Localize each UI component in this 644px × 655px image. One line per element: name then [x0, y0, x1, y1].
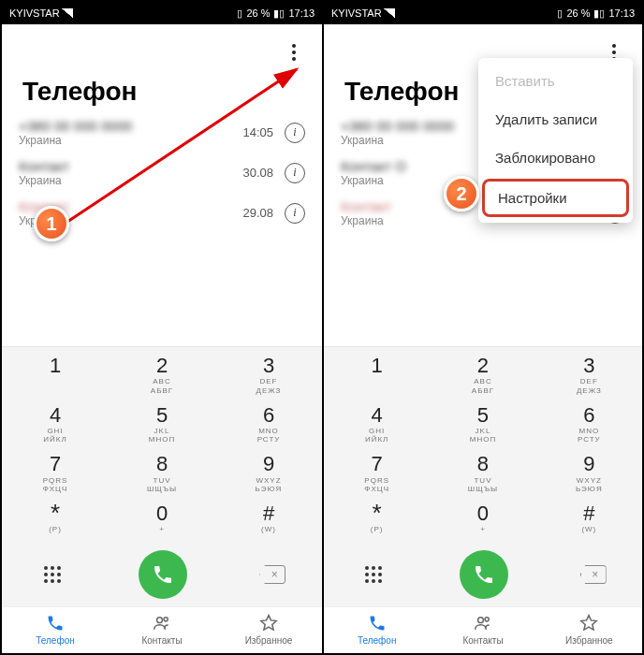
nav-contacts[interactable]: Контакты	[109, 607, 215, 653]
nav-favorites[interactable]: Избранное	[536, 607, 642, 653]
key-6[interactable]: 6MNOРСТУ	[215, 400, 322, 450]
dialpad: 1 2ABCАБВГ 3DEFДЕЖЗ 4GHIИЙКЛ 5JKLМНОП 6M…	[324, 346, 642, 606]
phone-icon	[473, 563, 495, 586]
key-0[interactable]: 0+	[109, 499, 215, 548]
star-icon	[259, 614, 278, 633]
svg-point-0	[157, 618, 163, 623]
nav-phone[interactable]: Телефон	[2, 607, 109, 653]
star-icon	[579, 614, 598, 633]
key-star[interactable]: *(P)	[2, 499, 109, 548]
svg-point-4	[485, 618, 489, 621]
status-bar: KYIVSTAR ▯ 26 % ▮▯ 17:13	[2, 2, 322, 24]
menu-paste: Вставить	[478, 62, 633, 100]
battery-pct: 26 %	[566, 7, 590, 19]
carrier-label: KYIVSTAR	[331, 7, 382, 19]
key-0[interactable]: 0+	[430, 499, 535, 548]
phone-tab-icon	[368, 614, 387, 633]
key-hash[interactable]: #(W)	[536, 499, 642, 548]
call-number: Контакт	[19, 158, 242, 174]
key-9[interactable]: 9WXYZЬЭЮЯ	[215, 449, 322, 499]
svg-point-3	[478, 618, 484, 623]
nav-favorites-label: Избранное	[245, 635, 293, 646]
key-hash[interactable]: #(W)	[215, 499, 322, 548]
signal-icon	[384, 8, 395, 18]
contacts-icon	[152, 614, 172, 633]
key-1[interactable]: 1	[324, 351, 430, 400]
phone-icon	[152, 563, 174, 586]
nav-favorites-label: Избранное	[565, 635, 613, 646]
nav-contacts[interactable]: Контакты	[430, 607, 535, 653]
call-button[interactable]	[460, 550, 508, 599]
nav-phone[interactable]: Телефон	[324, 607, 430, 653]
key-6[interactable]: 6MNOРСТУ	[536, 400, 642, 450]
key-3[interactable]: 3DEFДЕЖЗ	[536, 351, 642, 400]
carrier-label: KYIVSTAR	[9, 7, 60, 19]
call-time: 30.08	[242, 166, 273, 180]
menu-settings[interactable]: Настройки	[482, 179, 629, 217]
annotation-marker-2: 2	[444, 176, 479, 211]
key-7[interactable]: 7PQRSФХЦЧ	[2, 449, 109, 499]
svg-point-1	[164, 618, 168, 621]
battery-pct: 26 %	[246, 7, 270, 19]
vibrate-icon: ▯	[237, 7, 242, 20]
annotation-marker-1: 1	[34, 206, 69, 241]
key-2[interactable]: 2ABCАБВГ	[430, 351, 535, 400]
backspace-button[interactable]	[259, 565, 285, 584]
status-bar: KYIVSTAR ▯ 26 % ▮▯ 17:13	[324, 2, 642, 24]
page-title: Телефон	[2, 64, 322, 112]
key-5[interactable]: 5JKLМНОП	[430, 400, 535, 450]
info-icon[interactable]: i	[285, 163, 305, 183]
call-number: +380 00 000 0000	[19, 118, 242, 134]
call-region: Украина	[19, 174, 242, 187]
key-1[interactable]: 1	[2, 351, 109, 400]
key-4[interactable]: 4GHIИЙКЛ	[324, 400, 430, 450]
call-region: Украина	[19, 134, 242, 147]
key-star[interactable]: *(P)	[324, 499, 430, 548]
vibrate-icon: ▯	[557, 7, 563, 20]
battery-icon: ▮▯	[273, 7, 285, 20]
dialpad: 1 2ABCАБВГ 3DEFДЕЖЗ 4GHIИЙКЛ 5JKLМНОП 6M…	[2, 346, 322, 606]
nav-contacts-label: Контакты	[141, 635, 182, 646]
key-8[interactable]: 8TUVШЩЪЫ	[109, 449, 215, 499]
call-button[interactable]	[139, 550, 187, 599]
phone-tab-icon	[46, 614, 65, 633]
overflow-menu: Вставить Удалить записи Заблокировано На…	[478, 58, 633, 223]
call-row[interactable]: Контакт Украина 30.08 i	[2, 153, 322, 193]
overflow-menu-button[interactable]	[283, 41, 305, 64]
nav-phone-label: Телефон	[358, 635, 396, 646]
nav-phone-label: Телефон	[36, 635, 74, 646]
key-2[interactable]: 2ABCАБВГ	[109, 351, 215, 400]
nav-contacts-label: Контакты	[462, 635, 503, 646]
battery-icon: ▮▯	[593, 7, 605, 20]
call-time: 29.08	[242, 206, 273, 220]
menu-blocked[interactable]: Заблокировано	[478, 138, 633, 177]
call-row[interactable]: +380 00 000 0000 Украина 14:05 i	[2, 112, 322, 153]
bottom-nav: Телефон Контакты Избранное	[2, 606, 322, 653]
info-icon[interactable]: i	[285, 123, 305, 143]
nav-favorites[interactable]: Избранное	[215, 607, 322, 653]
menu-delete-entries[interactable]: Удалить записи	[478, 100, 633, 138]
status-time: 17:13	[608, 7, 635, 19]
contacts-icon	[473, 614, 493, 633]
info-icon[interactable]: i	[285, 203, 305, 224]
signal-icon	[62, 8, 73, 18]
key-3[interactable]: 3DEFДЕЖЗ	[215, 351, 322, 400]
call-time: 14:05	[242, 125, 273, 139]
key-9[interactable]: 9WXYZЬЭЮЯ	[536, 449, 642, 499]
key-8[interactable]: 8TUVШЩЪЫ	[430, 449, 535, 499]
key-5[interactable]: 5JKLМНОП	[109, 400, 215, 450]
key-4[interactable]: 4GHIИЙКЛ	[2, 400, 109, 450]
bottom-nav: Телефон Контакты Избранное	[324, 606, 642, 653]
key-7[interactable]: 7PQRSФХЦЧ	[324, 449, 430, 499]
backspace-button[interactable]	[580, 565, 607, 584]
status-time: 17:13	[288, 7, 315, 19]
collapse-dialpad-icon[interactable]	[38, 566, 66, 583]
collapse-dialpad-icon[interactable]	[359, 566, 388, 583]
